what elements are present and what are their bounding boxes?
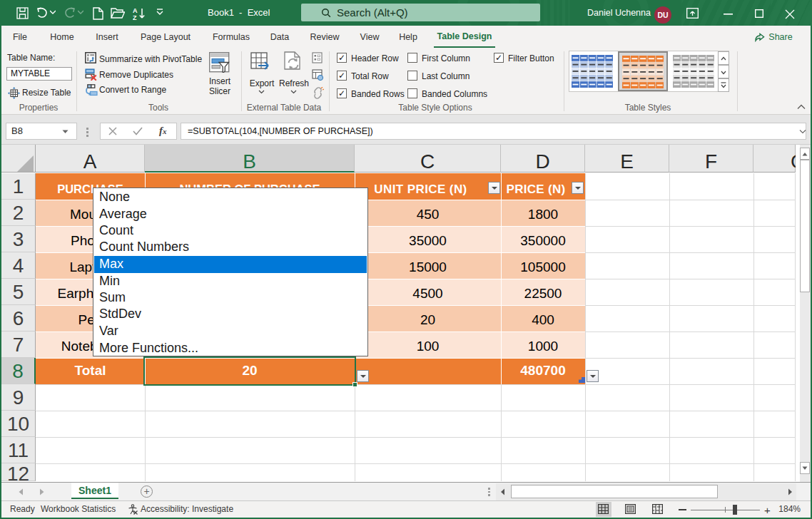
- svg-text:A: A: [133, 7, 138, 14]
- svg-text:Z: Z: [133, 14, 137, 21]
